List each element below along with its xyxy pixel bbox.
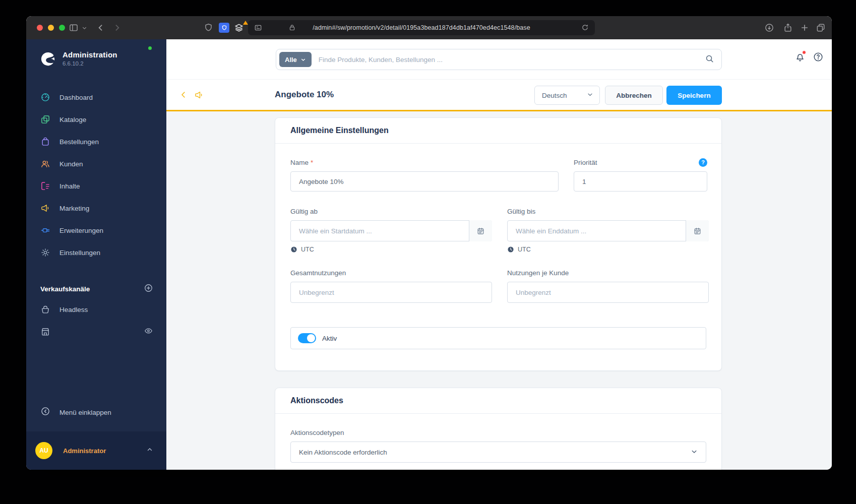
sidebar: Administration 6.6.10.2 Dashboard — [26, 39, 166, 470]
sidebar-item-marketing[interactable]: Marketing — [26, 197, 166, 219]
add-sales-channel-icon[interactable] — [144, 283, 153, 295]
minimize-window-button[interactable] — [48, 25, 54, 31]
valid-from-field: Gültig ab — [290, 207, 492, 253]
sidebar-item-customers[interactable]: Kunden — [26, 153, 166, 175]
app-version: 6.6.10.2 — [63, 60, 117, 67]
settings-icon — [40, 247, 50, 258]
promotion-codes-card: Aktionscodes Aktionscodetypen Kein Aktio… — [275, 388, 722, 470]
help-badge-icon[interactable]: ? — [699, 158, 707, 167]
sidebar-item-catalogues[interactable]: Kataloge — [26, 108, 166, 131]
card-body: Aktionscodetypen Kein Aktionscode erford… — [275, 414, 721, 470]
total-uses-label: Gesamtnutzungen — [290, 268, 492, 277]
address-bar[interactable]: /admin#/sw/promotion/v2/detail/0195a3bea… — [248, 20, 595, 35]
sidebar-item-dashboard[interactable]: Dashboard — [26, 86, 166, 108]
label-text: Name — [290, 159, 309, 166]
notifications-bell-icon[interactable] — [794, 51, 806, 65]
collapse-menu-button[interactable]: Menü einklappen — [26, 401, 166, 423]
required-marker: * — [311, 159, 313, 166]
page-title: Angebote 10% — [275, 90, 334, 100]
timezone-row: UTC — [507, 246, 709, 253]
search-input[interactable]: Alle Finde Produkte, Kunden, Bestellunge… — [276, 49, 722, 70]
chevron-down-icon — [300, 57, 306, 62]
card-body: Name * Priorität ? — [275, 144, 721, 370]
zoom-window-button[interactable] — [59, 25, 65, 31]
sidebar-item-headless-channel[interactable]: Headless — [26, 298, 166, 321]
cancel-button[interactable]: Abbrechen — [605, 86, 663, 105]
storefront-icon — [40, 327, 50, 337]
save-button[interactable]: Speichern — [666, 86, 722, 105]
share-icon[interactable] — [783, 23, 793, 33]
layers-extension-icon[interactable] — [234, 23, 244, 33]
card-header: Aktionscodes — [275, 388, 721, 414]
back-button[interactable] — [96, 23, 106, 33]
name-label: Name * — [290, 158, 559, 167]
language-select[interactable]: Deutsch — [534, 86, 600, 105]
valid-to-field: Gültig bis — [507, 207, 709, 253]
close-window-button[interactable] — [37, 25, 43, 31]
shield-extension-icon[interactable] — [204, 23, 213, 32]
sidebar-item-content[interactable]: Inhalte — [26, 175, 166, 197]
sidebar-item-label: Headless — [59, 306, 88, 313]
url-text[interactable]: /admin#/sw/promotion/v2/detail/0195a3bea… — [248, 20, 595, 35]
toolbar-chevron-down-icon[interactable] — [82, 25, 87, 31]
per-customer-label: Nutzungen je Kunde — [507, 268, 709, 277]
customers-icon — [40, 159, 50, 169]
sidebar-toggle-icon[interactable] — [69, 23, 79, 33]
priority-label: Priorität ? — [574, 158, 707, 167]
general-settings-card: Allgemeine Einstellungen Name * — [275, 117, 722, 371]
card-title: Allgemeine Einstellungen — [290, 126, 389, 135]
sidebar-item-extensions[interactable]: Erweiterungen — [26, 219, 166, 241]
downloads-icon[interactable] — [764, 23, 774, 33]
timezone-label: UTC — [518, 246, 531, 253]
total-uses-input[interactable] — [290, 282, 492, 303]
search-scope-select[interactable]: Alle — [279, 52, 312, 67]
screenshot-stage: /admin#/sw/promotion/v2/detail/0195a3bea… — [0, 0, 856, 504]
priority-field: Priorität ? — [574, 158, 707, 192]
forward-button[interactable] — [112, 23, 122, 33]
name-input[interactable] — [290, 171, 559, 192]
shopware-logo — [40, 51, 55, 67]
back-chevron-icon[interactable] — [179, 90, 188, 101]
calendar-icon[interactable] — [469, 220, 492, 241]
name-field: Name * — [290, 158, 559, 192]
clock-icon — [507, 246, 514, 253]
label-text: Priorität — [574, 159, 597, 166]
sidebar-item-label: Erweiterungen — [59, 227, 103, 234]
search-placeholder: Finde Produkte, Kunden, Bestellungen ... — [319, 56, 705, 64]
app-brand: Administration 6.6.10.2 — [40, 50, 117, 67]
active-label: Aktiv — [322, 335, 337, 342]
sidebar-item-storefront-channel[interactable] — [26, 321, 166, 343]
chevron-left-circle-icon — [40, 406, 50, 418]
reload-icon[interactable] — [581, 24, 589, 31]
search-icon[interactable] — [705, 54, 714, 66]
valid-to-input[interactable] — [507, 220, 709, 241]
avatar[interactable]: AU — [35, 442, 52, 459]
search-scope-label: Alle — [285, 56, 297, 64]
tab-overview-icon[interactable] — [816, 23, 826, 33]
sidebar-item-orders[interactable]: Bestellungen — [26, 131, 166, 153]
chevron-up-icon — [146, 446, 153, 455]
active-toggle[interactable] — [298, 333, 316, 343]
code-type-value: Kein Aktionscode erforderlich — [299, 449, 387, 456]
chevron-down-icon — [691, 448, 698, 457]
new-tab-icon[interactable] — [800, 23, 810, 33]
priority-input[interactable] — [574, 171, 707, 192]
notification-badge — [802, 50, 806, 54]
code-type-select[interactable]: Kein Aktionscode erforderlich — [290, 442, 706, 463]
per-customer-input[interactable] — [507, 282, 709, 303]
extension-warning-badge — [243, 21, 248, 25]
calendar-icon[interactable] — [686, 220, 709, 241]
user-menu[interactable]: AU Administrator — [26, 431, 166, 470]
dashboard-icon — [40, 92, 50, 102]
blue-shield-extension-icon[interactable] — [219, 23, 229, 33]
valid-from-input[interactable] — [290, 220, 492, 241]
card-header: Allgemeine Einstellungen — [275, 118, 721, 144]
sidebar-item-label: Inhalte — [59, 182, 80, 190]
sales-channels-section: Verkaufskanäle — [26, 278, 166, 300]
eye-icon[interactable] — [144, 326, 153, 338]
sidebar-item-settings[interactable]: Einstellungen — [26, 241, 166, 264]
total-uses-field: Gesamtnutzungen — [290, 268, 492, 303]
language-value: Deutsch — [542, 92, 567, 99]
timezone-label: UTC — [301, 246, 314, 253]
help-icon[interactable] — [813, 51, 824, 65]
